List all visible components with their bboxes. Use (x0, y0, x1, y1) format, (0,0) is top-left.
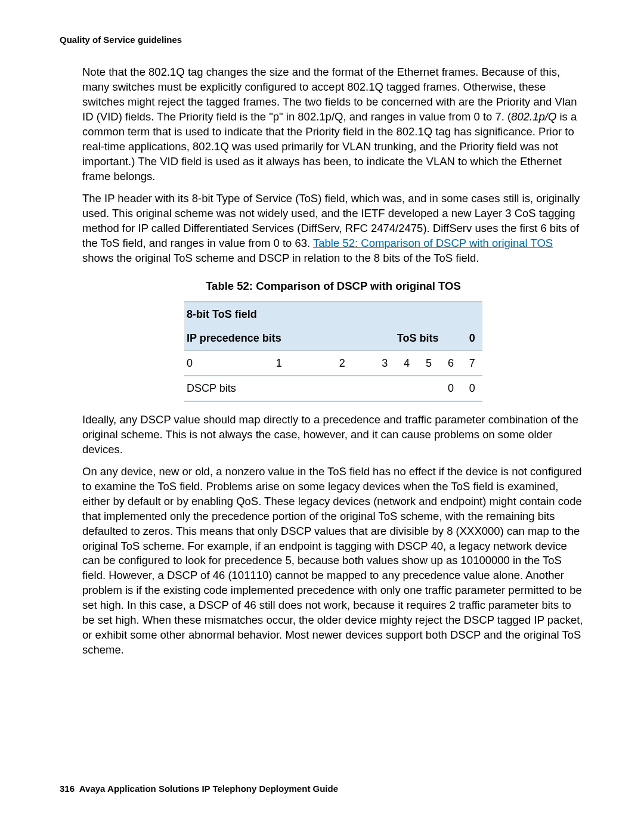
cell-ip-precedence: IP precedence bits (184, 326, 374, 351)
paragraph-1: Note that the 802.1Q tag changes the siz… (82, 65, 584, 184)
p2-text-b: shows the original ToS scheme and DSCP i… (82, 252, 479, 264)
cell-bit-5: 5 (418, 351, 440, 376)
page-number: 316 (60, 784, 75, 794)
table-row: 0 1 2 3 4 5 6 7 (184, 351, 482, 376)
cell-bit-3: 3 (374, 351, 396, 376)
page: Quality of Service guidelines Note that … (0, 0, 644, 833)
cell-bit-2: 2 (311, 351, 374, 376)
table-row: 8-bit ToS field (184, 302, 482, 326)
cell-8bit-tos: 8-bit ToS field (184, 302, 482, 326)
cell-dscp-0a: 0 (440, 376, 462, 401)
paragraph-3: Ideally, any DSCP value should map direc… (82, 413, 584, 457)
cell-zero: 0 (462, 326, 482, 351)
running-head: Quality of Service guidelines (60, 35, 584, 45)
table-52: 8-bit ToS field IP precedence bits ToS b… (184, 301, 482, 402)
paragraph-2: The IP header with its 8-bit Type of Ser… (82, 191, 584, 266)
p1-text-a: Note that the 802.1Q tag changes the siz… (82, 66, 577, 123)
table-row: DSCP bits 0 0 (184, 376, 482, 401)
p1-italic: 802.1p/Q (511, 110, 556, 123)
cell-bit-4: 4 (396, 351, 418, 376)
cell-dscp-bits: DSCP bits (184, 376, 440, 401)
cell-bit-7: 7 (462, 351, 482, 376)
cell-bit-6: 6 (440, 351, 462, 376)
cell-tos-bits: ToS bits (374, 326, 462, 351)
table-caption: Table 52: Comparison of DSCP with origin… (82, 279, 584, 294)
page-footer: 316 Avaya Application Solutions IP Telep… (60, 784, 338, 794)
paragraph-4: On any device, new or old, a nonzero val… (82, 465, 584, 658)
cell-bit-1: 1 (247, 351, 311, 376)
footer-title: Avaya Application Solutions IP Telephony… (79, 784, 338, 794)
body-text: Note that the 802.1Q tag changes the siz… (82, 65, 584, 658)
table-52-link[interactable]: Table 52: Comparison of DSCP with origin… (313, 237, 553, 249)
cell-bit-0: 0 (184, 351, 247, 376)
table-row: IP precedence bits ToS bits 0 (184, 326, 482, 351)
cell-dscp-0b: 0 (462, 376, 482, 401)
